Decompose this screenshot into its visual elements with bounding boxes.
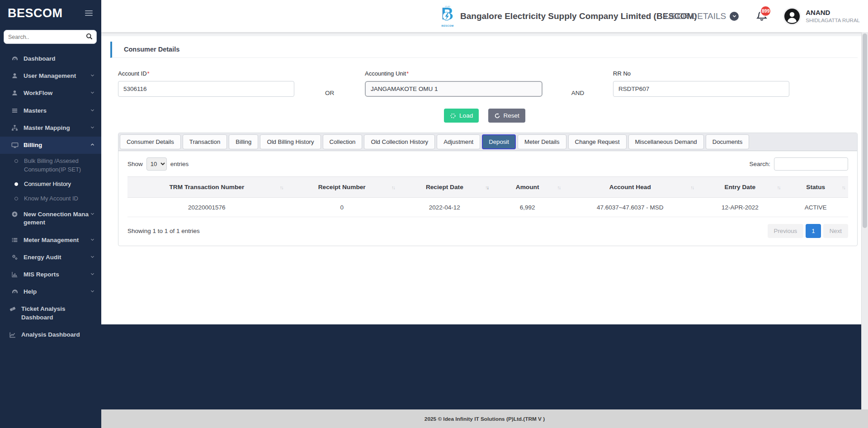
sort-icon[interactable]: ↑↓: [842, 185, 845, 190]
form-actions: Load Reset: [101, 109, 868, 123]
rr-no-field: RR No: [613, 70, 789, 97]
scrollbar-thumb[interactable]: [863, 33, 867, 228]
user-icon: [11, 90, 19, 96]
tab-old-billing-history[interactable]: Old Billing History: [260, 134, 321, 149]
sidebar-subitem-label: Bulk Billing /Assesed Consumption(IP SET…: [24, 157, 81, 172]
sort-icon[interactable]: ↑↓: [557, 185, 560, 190]
rr-no-input[interactable]: [613, 81, 789, 97]
load-button[interactable]: Load: [444, 109, 479, 123]
sidebar-search-input[interactable]: [4, 30, 97, 44]
avatar[interactable]: [783, 7, 801, 25]
or-separator: OR: [294, 85, 365, 101]
header-gap: [101, 32, 868, 36]
tab-strip: Consumer Details Transaction Billing Old…: [118, 133, 857, 151]
required-asterisk: *: [147, 70, 150, 77]
cell-reciept-date: 2022-04-12: [398, 198, 491, 217]
tab-billing[interactable]: Billing: [229, 134, 258, 149]
sidebar-item-meter-management[interactable]: Meter Management: [0, 232, 101, 249]
column-header-status[interactable]: Status↑↓: [783, 177, 848, 198]
brand: ಬೆವಿಕಂ B BESCOM Bangalore Electricity Su…: [439, 5, 697, 27]
gauge-icon: [11, 288, 19, 295]
content-panel: Consumer Details Account ID* OR Accounti…: [101, 36, 868, 324]
cell-trm-transaction-number: 20220001576: [127, 198, 286, 217]
sort-icon[interactable]: ↑↓: [280, 185, 283, 190]
page-background-gap: [101, 324, 868, 409]
sidebar-item-master-mapping[interactable]: Master Mapping: [0, 119, 101, 137]
chart-line-icon: [9, 331, 17, 338]
sidebar-item-new-connection-management[interactable]: New Connection Management: [0, 206, 101, 231]
chevron-down-icon: [90, 289, 95, 294]
column-header-account-head[interactable]: Account Head↑↓: [563, 177, 697, 198]
user-name: ANAND: [806, 9, 860, 17]
pagination-page-1-button[interactable]: 1: [806, 224, 821, 238]
accounting-unit-input[interactable]: [365, 81, 542, 97]
account-id-input[interactable]: [118, 81, 294, 97]
chevron-down-icon: [90, 211, 95, 216]
sidebar-item-help[interactable]: Help: [0, 283, 101, 300]
sidebar-item-label: Ticket Analysis Dashboard: [21, 305, 95, 321]
user-details-dropdown[interactable]: USER DETAILS: [665, 11, 739, 21]
pagination-next-button[interactable]: Next: [823, 224, 848, 238]
sidebar-item-energy-audit[interactable]: Energy Audit: [0, 249, 101, 266]
column-header-entry-date[interactable]: Entry Date↑↓: [697, 177, 783, 198]
sidebar-item-dashboard[interactable]: Dashboard: [0, 50, 101, 67]
accounting-unit-label: Accounting Unit*: [365, 70, 542, 77]
page-size-control: Show 10 entries: [127, 157, 189, 171]
consumer-search-form: Account ID* OR Accounting Unit* AND RR N…: [101, 58, 868, 101]
tab-meter-details[interactable]: Meter Details: [518, 134, 566, 149]
sidebar-item-ticket-analysis-dashboard[interactable]: Ticket Analysis Dashboard: [0, 300, 101, 326]
rr-no-label: RR No: [613, 70, 789, 77]
table-search-control: Search:: [749, 157, 848, 171]
sort-icon[interactable]: ↑↓: [392, 185, 395, 190]
spinner-icon: [450, 113, 456, 119]
table-info: Showing 1 to 1 of 1 entries: [127, 228, 200, 234]
sidebar-item-user-management[interactable]: User Management: [0, 67, 101, 85]
column-header-trm-transaction-number[interactable]: TRM Transaction Number↑↓: [127, 177, 286, 198]
copyright-text: 2025 © Idea Infinity IT Solutions (P)Ltd…: [425, 416, 545, 422]
tab-transaction[interactable]: Transaction: [183, 134, 227, 149]
page-size-select[interactable]: 10: [146, 157, 167, 171]
user-location: SHIDLAGATTA RURAL: [806, 17, 860, 24]
sidebar-subitem-consumer-history[interactable]: Consumer History: [0, 177, 101, 191]
sidebar-item-label: WorkFlow: [24, 89, 90, 97]
page-footer: 2025 © Idea Infinity IT Solutions (P)Ltd…: [101, 409, 868, 428]
notifications-bell[interactable]: 899: [756, 10, 768, 23]
sidebar-item-label: Meter Management: [24, 236, 90, 244]
table-row: 20220001576 0 2022-04-12 6,992 47.6037~4…: [127, 198, 848, 217]
chevron-down-icon: [90, 237, 95, 242]
pagination-previous-button[interactable]: Previous: [768, 224, 804, 238]
vertical-scrollbar[interactable]: [861, 32, 868, 409]
column-header-amount[interactable]: Amount↑↓: [491, 177, 563, 198]
account-id-label: Account ID*: [118, 70, 294, 77]
logo-caption: BESCOM: [441, 24, 453, 27]
sidebar-item-workflow[interactable]: WorkFlow: [0, 85, 101, 102]
tab-adjustment[interactable]: Adjustment: [437, 134, 480, 149]
sidebar-item-label: Dashboard: [24, 55, 95, 63]
notification-badge: 899: [760, 5, 771, 17]
sort-icon[interactable]: ↑↓: [690, 185, 693, 190]
tab-consumer-details[interactable]: Consumer Details: [120, 134, 181, 149]
hamburger-menu-icon[interactable]: [83, 9, 94, 18]
top-header: ಬೆವಿಕಂ B BESCOM Bangalore Electricity Su…: [101, 0, 868, 32]
sidebar-item-billing[interactable]: Billing: [0, 137, 101, 154]
cell-account-head: 47.6037~47.6037 - MSD: [563, 198, 697, 217]
tab-old-collection-history[interactable]: Old Collection History: [364, 134, 435, 149]
sort-icon[interactable]: ↑↓: [485, 185, 488, 190]
reset-button[interactable]: Reset: [488, 109, 525, 123]
sidebar-item-analysis-dashboard[interactable]: Analysis Dashboard: [0, 326, 101, 343]
sidebar-item-mis-reports[interactable]: MIS Reports: [0, 266, 101, 283]
tab-deposit[interactable]: Deposit: [482, 134, 516, 149]
table-search-input[interactable]: [774, 157, 848, 171]
tab-collection[interactable]: Collection: [323, 134, 363, 149]
sidebar-subitem-know-my-account-id[interactable]: Know My Account ID: [0, 191, 101, 206]
tab-change-request[interactable]: Change Request: [568, 134, 627, 149]
column-header-reciept-date[interactable]: Reciept Date↑↓: [398, 177, 491, 198]
sidebar-item-masters[interactable]: Masters: [0, 102, 101, 119]
sidebar-subitem-label: Consumer History: [24, 181, 71, 187]
column-header-receipt-number[interactable]: Receipt Number↑↓: [286, 177, 398, 198]
header-right-cluster: USER DETAILS 899 ANAND SHIDLAGATTA RURAL: [665, 7, 860, 25]
tab-miscellaneous-demand[interactable]: Miscellaneous Demand: [628, 134, 704, 149]
sort-icon[interactable]: ↑↓: [777, 185, 780, 190]
sidebar-subitem-bulk-billing[interactable]: Bulk Billing /Assesed Consumption(IP SET…: [0, 154, 101, 176]
tab-documents[interactable]: Documents: [706, 134, 750, 149]
